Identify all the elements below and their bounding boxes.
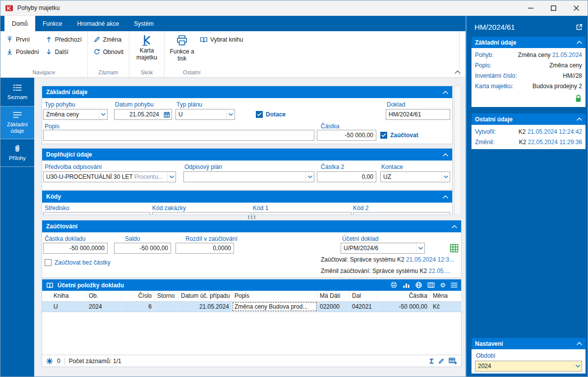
previous-button[interactable]: Předchozí <box>42 34 85 45</box>
column-header[interactable]: Storno <box>155 291 178 301</box>
vytvoril-date: 21.05.2024 12:24:42 <box>528 128 582 135</box>
section-doplnujici-udaje: Doplňující údaje Předvolba odpisování Od… <box>42 148 453 190</box>
column-header[interactable]: Datum úč. případu <box>178 291 232 301</box>
column-header[interactable]: Popis <box>232 291 317 301</box>
change-label: Změna <box>103 36 121 43</box>
last-button[interactable]: Poslední <box>3 46 42 57</box>
tab-funkce[interactable]: Funkce <box>35 16 69 31</box>
column-header[interactable]: Částka <box>378 291 430 301</box>
right-card-header[interactable]: Nastavení <box>471 338 586 349</box>
table-add-icon[interactable] <box>449 357 457 365</box>
doklad-input[interactable]: HM/2024/61 <box>386 109 450 120</box>
refresh-label: Obnovit <box>103 49 123 55</box>
castka-dokladu-input[interactable]: -50 000,0000 <box>43 243 108 254</box>
row-selector-cell <box>42 302 51 312</box>
column-header[interactable]: Měna <box>430 291 462 301</box>
popis-input[interactable] <box>43 130 314 141</box>
cell-cislo: 6 <box>122 302 155 312</box>
asterisk-icon[interactable] <box>46 358 53 365</box>
dotace-label: Dotace <box>266 111 286 118</box>
collapse-icon[interactable] <box>443 153 448 157</box>
settings-gear-icon[interactable]: ⚙ <box>440 281 446 289</box>
predvolba-select[interactable]: U30-U-PROCENTUÁLNÍ 30 LET Procentu... <box>43 171 176 182</box>
dropdown-icon[interactable] <box>441 172 450 182</box>
collapse-icon[interactable] <box>452 225 457 228</box>
datum-pohybu-input[interactable]: 21.05.2024 <box>114 109 172 120</box>
refresh-icon <box>93 48 101 55</box>
obdobi-select[interactable]: 2024 <box>475 361 582 372</box>
sidebar-item-prilohy[interactable]: Přílohy <box>0 139 34 167</box>
castka2-input[interactable]: 0,00 <box>317 171 376 182</box>
rozdil-input[interactable]: 0,0000 <box>176 243 234 254</box>
zauctovat-checkbox[interactable]: Zaúčtovat <box>380 132 418 139</box>
typ-pohybu-select[interactable]: Změna ceny <box>43 109 108 120</box>
dotace-checkbox[interactable]: Dotace <box>256 111 286 118</box>
change-button[interactable]: Změna <box>90 34 126 45</box>
first-button[interactable]: První <box>3 34 42 45</box>
menu-icon[interactable] <box>451 282 458 288</box>
columns-icon[interactable] <box>427 282 435 288</box>
collapse-icon[interactable] <box>577 117 582 121</box>
asset-card-button[interactable]: Karta majetku <box>132 33 162 61</box>
column-header[interactable]: Kniha <box>51 291 86 301</box>
chart-icon[interactable] <box>403 282 410 288</box>
ribbon-group-zaznam: Změna Obnovit Záznam <box>88 31 129 77</box>
section-header-doplnujici-udaje[interactable]: Doplňující údaje <box>42 149 452 161</box>
open-in-window-icon[interactable] <box>576 24 583 31</box>
right-card-ostatni-udaje: Ostatní údaje Vytvořil: K2 21.05.2024 12… <box>471 113 586 149</box>
column-header[interactable]: Dal <box>350 291 378 301</box>
section-header-zakladni-udaje[interactable]: Základní údaje <box>42 86 452 98</box>
typ-planu-select[interactable]: U <box>176 109 235 120</box>
collapse-ribbon-button[interactable] <box>455 70 461 74</box>
column-header[interactable]: Ob. <box>86 291 122 301</box>
castka-input[interactable]: -50 000,00 <box>317 130 376 141</box>
refresh-button[interactable]: Obnovit <box>90 46 126 57</box>
collapse-icon[interactable] <box>577 342 582 345</box>
collapse-icon[interactable] <box>443 91 448 94</box>
calendar-icon[interactable] <box>162 109 172 119</box>
dropdown-icon[interactable] <box>416 243 424 253</box>
section-header-kody[interactable]: Kódy <box>42 191 452 203</box>
table-row[interactable]: U 2024 6 21.05.2024 Změna ceny Budova pr… <box>42 302 461 312</box>
pohyb-date: 21.05.2024 <box>552 52 582 58</box>
minimize-button[interactable] <box>519 0 542 15</box>
ucetni-doklad-select[interactable]: U/PM/2024/6 <box>341 243 425 254</box>
close-icon <box>574 5 579 11</box>
tab-system[interactable]: Systém <box>126 16 161 31</box>
vertical-scrollbar[interactable] <box>454 86 461 215</box>
close-button[interactable] <box>565 0 588 15</box>
edit-pencil-icon[interactable] <box>438 358 445 365</box>
castka-value: -50 000,00 <box>345 132 373 139</box>
odpisovy-plan-select[interactable] <box>183 171 314 182</box>
right-card-header[interactable]: Základní údaje <box>471 37 586 48</box>
tab-domu[interactable]: Domů <box>4 16 35 31</box>
column-header[interactable]: Má Dáti <box>317 291 350 301</box>
tab-hromadne-akce[interactable]: Hromadné akce <box>69 16 126 31</box>
functions-print-button[interactable]: Funkce a tisk <box>167 33 197 62</box>
column-header[interactable]: Číslo <box>122 291 155 301</box>
saldo-input[interactable]: -50 000,00 <box>114 243 171 254</box>
select-book-button[interactable]: Vybrat knihu <box>197 34 246 45</box>
dropdown-icon[interactable] <box>573 361 582 371</box>
sidebar-item-zakladni-udaje[interactable]: Základní údaje <box>0 107 34 139</box>
dropdown-icon[interactable] <box>99 109 107 119</box>
dropdown-icon[interactable] <box>167 172 176 182</box>
dropdown-icon[interactable] <box>305 172 314 182</box>
zauctovat-bez-castky-checkbox[interactable]: Zaúčtovat bez částky <box>45 259 111 266</box>
table-empty-area <box>42 312 461 355</box>
web-icon[interactable] <box>415 281 422 289</box>
splitter-handle[interactable] <box>42 215 462 220</box>
next-button[interactable]: Další <box>42 46 85 57</box>
maximize-button[interactable] <box>542 0 565 15</box>
sum-icon[interactable]: Σ <box>430 357 434 365</box>
accounting-grid-icon[interactable] <box>450 244 459 253</box>
print-icon[interactable] <box>390 281 398 289</box>
cell-dal: 042021 <box>350 302 378 312</box>
sidebar-item-seznam[interactable]: Seznam <box>0 78 34 107</box>
collapse-icon[interactable] <box>443 195 448 199</box>
dropdown-icon[interactable] <box>226 109 235 119</box>
collapse-icon[interactable] <box>577 41 582 44</box>
right-card-header[interactable]: Ostatní údaje <box>471 113 586 125</box>
section-header-zauctovani[interactable]: Zaúčtování <box>42 220 461 232</box>
kontace-select[interactable]: UZ <box>380 171 450 182</box>
